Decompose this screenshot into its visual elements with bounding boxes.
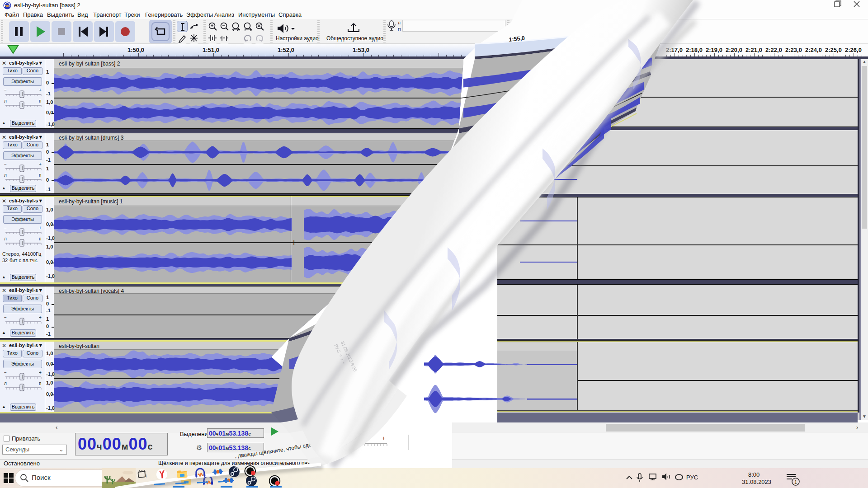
svg-text:i: i: [146, 474, 147, 478]
